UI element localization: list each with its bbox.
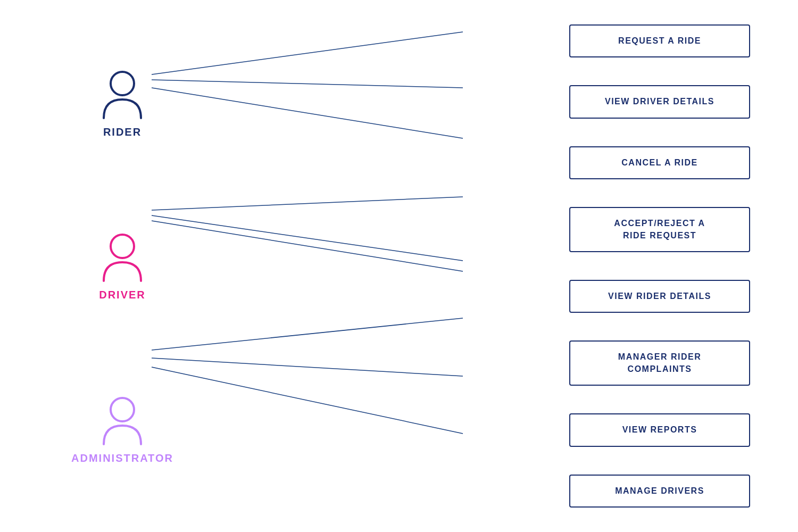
action-view-rider-details: VIEW RIDER DETAILS [569,280,750,313]
svg-point-11 [111,398,134,421]
svg-line-5 [152,221,463,271]
svg-line-1 [152,80,463,88]
administrator-icon [98,394,146,447]
administrator-label: ADMINISTRATOR [71,452,173,464]
diagram-container: RIDER DRIVER ADMINISTRATOR REQUEST A RID… [0,0,798,532]
svg-point-9 [111,72,134,95]
svg-line-7 [152,358,463,376]
action-manager-rider-complaints: MANAGER RIDERCOMPLAINTS [569,340,750,386]
driver-label: DRIVER [99,289,146,301]
driver-icon [98,230,146,284]
action-cancel-a-ride: CANCEL A RIDE [569,146,750,179]
actor-rider: RIDER [98,68,146,138]
svg-line-6 [152,318,463,350]
actions-column: REQUEST A RIDE VIEW DRIVER DETAILS CANCE… [569,0,750,532]
action-accept-reject-ride-request: ACCEPT/REJECT ARIDE REQUEST [569,207,750,252]
svg-line-0 [152,32,463,74]
svg-line-3 [152,197,463,210]
actor-driver: DRIVER [98,230,146,301]
rider-label: RIDER [103,126,142,138]
svg-line-4 [152,215,463,261]
svg-point-10 [111,235,134,258]
action-manage-drivers: MANAGE DRIVERS [569,475,750,508]
action-view-driver-details: VIEW DRIVER DETAILS [569,85,750,118]
svg-line-2 [152,88,463,138]
action-view-reports: VIEW REPORTS [569,413,750,446]
actor-administrator: ADMINISTRATOR [71,394,173,464]
rider-icon [98,68,146,121]
action-request-a-ride: REQUEST A RIDE [569,24,750,57]
actors-column: RIDER DRIVER ADMINISTRATOR [69,0,176,532]
svg-line-8 [152,367,463,434]
